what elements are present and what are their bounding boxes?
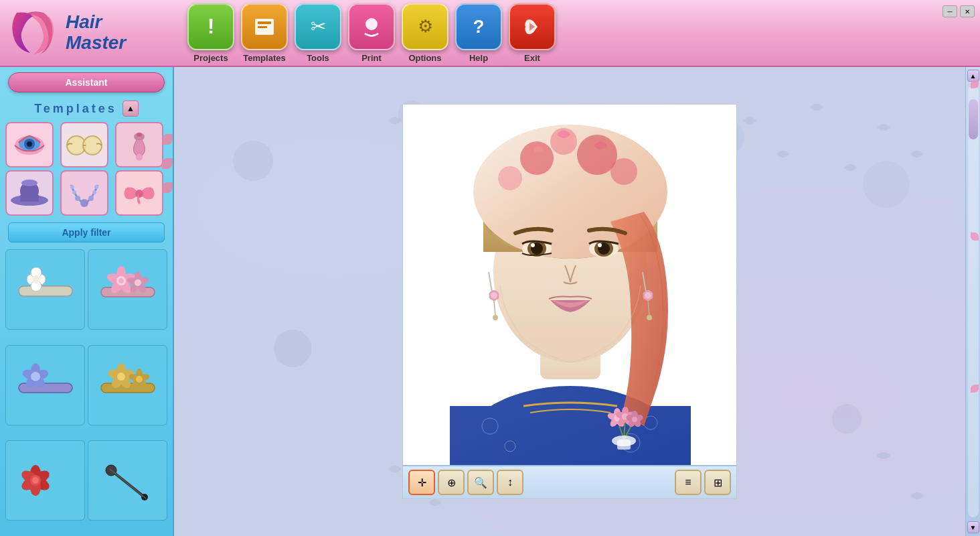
logo-text: Hair Master [66, 12, 126, 54]
template-thumb-sunglasses[interactable] [60, 122, 108, 168]
right-toolbar-buttons: ≡ ⊞ [675, 470, 731, 495]
print-label: Print [361, 53, 382, 63]
svg-point-94 [498, 166, 522, 190]
svg-point-25 [135, 190, 143, 198]
svg-rect-16 [20, 195, 39, 202]
svg-point-22 [92, 190, 96, 194]
logo-icon [7, 6, 60, 60]
svg-point-12 [136, 154, 143, 161]
tools-label: Tools [307, 53, 329, 63]
svg-point-102 [598, 243, 602, 247]
nav-button-tools[interactable]: ✂ Tools [295, 3, 341, 63]
help-label: Help [469, 53, 488, 63]
svg-point-114 [645, 292, 651, 299]
grid-view-button[interactable]: ⊞ [704, 470, 731, 495]
pan-tool-button[interactable]: ⊕ [438, 470, 465, 495]
exit-label: Exit [524, 53, 540, 63]
svg-point-98 [531, 243, 535, 247]
accessory-item-clip5[interactable] [5, 440, 85, 521]
deco-petal-2 [971, 232, 979, 241]
tools-icon: ✂ [295, 3, 341, 50]
svg-rect-26 [19, 286, 72, 296]
accessory-item-clip4[interactable] [88, 345, 167, 425]
nav-button-print[interactable]: Print [348, 3, 395, 63]
svg-point-45 [135, 279, 141, 286]
svg-point-18 [80, 199, 88, 207]
portrait-frame: ✛ ⊕ 🔍 ↕ ≡ ⊞ [402, 104, 737, 499]
move-tool-button[interactable]: ✛ [408, 470, 435, 495]
templates-scroll-button[interactable]: ▲ [122, 100, 139, 117]
svg-point-109 [493, 315, 498, 320]
sidebar-decoration [162, 134, 173, 193]
close-button[interactable]: ✕ [960, 5, 975, 17]
svg-point-107 [491, 292, 497, 299]
rotate-tool-button[interactable]: ↕ [497, 470, 523, 495]
templates-title: Templates [34, 102, 117, 116]
top-bar: Hair Master ! Projects Templates ✂ Tools… [0, 0, 980, 67]
svg-point-31 [32, 275, 40, 283]
template-thumb-hat[interactable] [5, 170, 54, 216]
options-icon: ⚙ [402, 3, 448, 50]
svg-point-13 [137, 133, 142, 137]
templates-icon [241, 3, 288, 50]
deco-petal-3 [971, 385, 979, 393]
nav-button-options[interactable]: ⚙ Options [402, 3, 448, 63]
list-view-button[interactable]: ≡ [675, 470, 702, 495]
portrait-content: ✛ ⊕ 🔍 ↕ ≡ ⊞ [403, 105, 736, 498]
svg-point-137 [632, 417, 637, 422]
svg-rect-2 [258, 26, 267, 28]
svg-rect-139 [617, 440, 631, 450]
templates-header: Templates ▲ [0, 98, 173, 119]
right-scrollbar: ▲ ▼ [965, 67, 980, 536]
svg-point-59 [117, 373, 125, 381]
portrait-svg [403, 105, 737, 499]
projects-icon: ! [187, 3, 234, 50]
svg-point-17 [21, 180, 37, 186]
main-layout: Assistant Templates ▲ [0, 67, 980, 536]
svg-point-73 [32, 477, 39, 484]
svg-point-39 [118, 278, 124, 283]
left-sidebar: Assistant Templates ▲ [0, 67, 174, 536]
accessory-item-clip1[interactable] [5, 249, 85, 330]
accessory-item-clip3[interactable] [5, 345, 85, 425]
nav-button-templates[interactable]: Templates [241, 3, 288, 63]
nav-button-help[interactable]: ? Help [455, 3, 502, 63]
window-controls: ─ ✕ [943, 5, 975, 17]
template-icons-grid [0, 119, 173, 218]
svg-point-21 [72, 190, 76, 194]
svg-point-65 [136, 376, 143, 383]
projects-label: Projects [193, 53, 228, 63]
template-thumb-earring[interactable] [115, 122, 163, 168]
svg-point-19 [75, 196, 80, 201]
svg-point-3 [365, 18, 378, 30]
svg-point-116 [647, 315, 652, 320]
bottom-toolbar: ✛ ⊕ 🔍 ↕ ≡ ⊞ [403, 465, 736, 498]
template-thumb-necklace[interactable] [60, 170, 108, 216]
templates-label: Templates [243, 53, 285, 63]
minimize-button[interactable]: ─ [943, 5, 957, 17]
svg-line-77 [110, 469, 146, 498]
svg-point-23 [70, 185, 74, 189]
scroll-down-button[interactable]: ▼ [967, 521, 979, 533]
svg-point-9 [83, 136, 102, 155]
print-icon [348, 3, 395, 50]
right-decoration [971, 80, 979, 393]
accessories-grid [0, 247, 173, 536]
exit-icon [509, 3, 556, 50]
template-thumb-eye[interactable] [5, 122, 54, 168]
accessory-item-clip6[interactable] [88, 440, 167, 521]
logo-area: Hair Master [7, 6, 181, 60]
svg-rect-1 [258, 21, 271, 24]
zoom-tool-button[interactable]: 🔍 [467, 470, 494, 495]
apply-filter-button[interactable]: Apply filter [8, 222, 165, 243]
nav-button-exit[interactable]: Exit [509, 3, 556, 63]
template-thumb-bow[interactable] [115, 170, 163, 216]
center-canvas: ✛ ⊕ 🔍 ↕ ≡ ⊞ [174, 67, 965, 536]
svg-point-7 [27, 141, 32, 147]
deco-petal-1 [971, 80, 979, 88]
svg-point-24 [94, 185, 98, 189]
accessory-item-clip2[interactable] [88, 249, 167, 330]
assistant-button[interactable]: Assistant [8, 72, 165, 92]
svg-point-52 [31, 372, 40, 381]
nav-button-projects[interactable]: ! Projects [187, 3, 234, 63]
